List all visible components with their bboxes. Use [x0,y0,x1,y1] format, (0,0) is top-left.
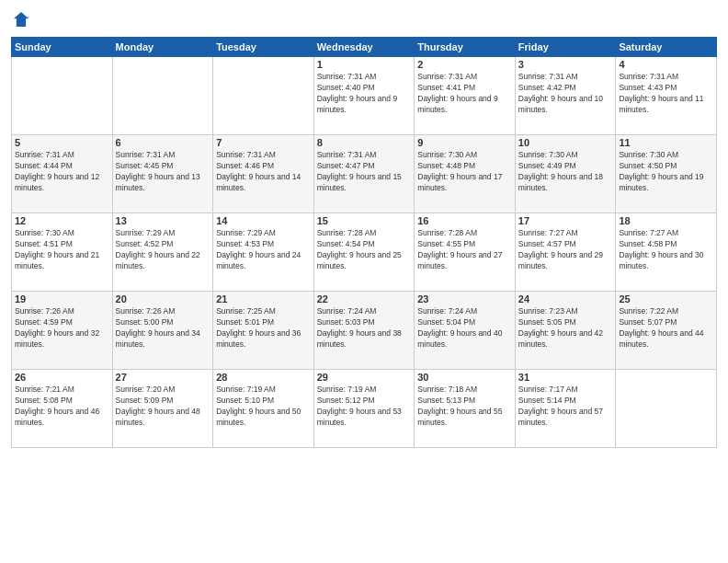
day-number: 18 [619,215,713,226]
calendar-cell: 15Sunrise: 7:28 AMSunset: 4:54 PMDayligh… [313,213,415,292]
day-number: 30 [417,372,512,383]
day-number: 22 [317,293,412,304]
calendar-cell: 29Sunrise: 7:19 AMSunset: 5:12 PMDayligh… [313,370,415,448]
calendar-cell: 2Sunrise: 7:31 AMSunset: 4:41 PMDaylight… [415,57,516,135]
day-info: Sunrise: 7:31 AMSunset: 4:44 PMDaylight:… [15,150,109,194]
calendar-cell: 10Sunrise: 7:30 AMSunset: 4:49 PMDayligh… [515,135,616,213]
calendar-cell: 22Sunrise: 7:24 AMSunset: 5:03 PMDayligh… [313,292,415,370]
weekday-header-row: SundayMondayTuesdayWednesdayThursdayFrid… [12,38,717,57]
day-number: 15 [317,215,412,226]
day-info: Sunrise: 7:31 AMSunset: 4:42 PMDaylight:… [518,72,613,116]
day-info: Sunrise: 7:28 AMSunset: 4:54 PMDaylight:… [317,228,412,272]
day-info: Sunrise: 7:31 AMSunset: 4:41 PMDaylight:… [417,72,512,116]
day-number: 19 [15,293,109,304]
day-info: Sunrise: 7:25 AMSunset: 5:01 PMDaylight:… [216,306,311,350]
weekday-header-saturday: Saturday [616,38,717,57]
calendar-cell: 30Sunrise: 7:18 AMSunset: 5:13 PMDayligh… [415,370,516,448]
day-info: Sunrise: 7:24 AMSunset: 5:04 PMDaylight:… [417,306,512,350]
day-info: Sunrise: 7:30 AMSunset: 4:50 PMDaylight:… [619,150,713,194]
day-info: Sunrise: 7:31 AMSunset: 4:46 PMDaylight:… [216,150,311,194]
day-info: Sunrise: 7:18 AMSunset: 5:13 PMDaylight:… [417,385,512,429]
day-number: 21 [216,293,311,304]
calendar-week-row: 5Sunrise: 7:31 AMSunset: 4:44 PMDaylight… [12,135,717,213]
day-number: 16 [417,215,512,226]
day-number: 28 [216,372,311,383]
page: SundayMondayTuesdayWednesdayThursdayFrid… [0,0,728,563]
day-info: Sunrise: 7:26 AMSunset: 5:00 PMDaylight:… [116,306,210,350]
day-number: 5 [15,137,109,148]
calendar-cell [12,57,113,135]
day-number: 14 [216,215,311,226]
calendar-week-row: 12Sunrise: 7:30 AMSunset: 4:51 PMDayligh… [12,213,717,292]
day-info: Sunrise: 7:30 AMSunset: 4:49 PMDaylight:… [518,150,613,194]
calendar-week-row: 1Sunrise: 7:31 AMSunset: 4:40 PMDaylight… [12,57,717,135]
day-info: Sunrise: 7:27 AMSunset: 4:57 PMDaylight:… [518,228,613,272]
day-number: 3 [518,59,613,70]
weekday-header-friday: Friday [515,38,616,57]
calendar-cell: 11Sunrise: 7:30 AMSunset: 4:50 PMDayligh… [616,135,717,213]
calendar-cell [616,370,717,448]
day-number: 8 [317,137,412,148]
day-info: Sunrise: 7:30 AMSunset: 4:48 PMDaylight:… [417,150,512,194]
day-number: 1 [317,59,412,70]
day-number: 27 [116,372,210,383]
calendar-cell: 23Sunrise: 7:24 AMSunset: 5:04 PMDayligh… [415,292,516,370]
day-info: Sunrise: 7:31 AMSunset: 4:43 PMDaylight:… [619,72,713,116]
day-number: 6 [116,137,210,148]
calendar-cell: 6Sunrise: 7:31 AMSunset: 4:45 PMDaylight… [112,135,213,213]
calendar-cell: 14Sunrise: 7:29 AMSunset: 4:53 PMDayligh… [213,213,314,292]
weekday-header-monday: Monday [112,38,213,57]
calendar-cell: 18Sunrise: 7:27 AMSunset: 4:58 PMDayligh… [616,213,717,292]
calendar-cell: 4Sunrise: 7:31 AMSunset: 4:43 PMDaylight… [616,57,717,135]
day-info: Sunrise: 7:21 AMSunset: 5:08 PMDaylight:… [15,385,109,429]
day-number: 29 [317,372,412,383]
day-info: Sunrise: 7:31 AMSunset: 4:47 PMDaylight:… [317,150,412,194]
calendar-cell: 3Sunrise: 7:31 AMSunset: 4:42 PMDaylight… [515,57,616,135]
calendar-cell: 27Sunrise: 7:20 AMSunset: 5:09 PMDayligh… [112,370,213,448]
calendar-cell: 1Sunrise: 7:31 AMSunset: 4:40 PMDaylight… [313,57,415,135]
day-info: Sunrise: 7:19 AMSunset: 5:12 PMDaylight:… [317,385,412,429]
day-number: 11 [619,137,713,148]
calendar-cell [213,57,314,135]
day-number: 13 [116,215,210,226]
calendar-week-row: 19Sunrise: 7:26 AMSunset: 4:59 PMDayligh… [12,292,717,370]
weekday-header-tuesday: Tuesday [213,38,314,57]
weekday-header-wednesday: Wednesday [313,38,415,57]
day-info: Sunrise: 7:31 AMSunset: 4:45 PMDaylight:… [116,150,210,194]
day-number: 4 [619,59,713,70]
day-info: Sunrise: 7:29 AMSunset: 4:52 PMDaylight:… [116,228,210,272]
day-number: 25 [619,293,713,304]
svg-marker-0 [14,12,28,27]
day-number: 17 [518,215,613,226]
logo-icon [11,9,31,29]
day-info: Sunrise: 7:24 AMSunset: 5:03 PMDaylight:… [317,306,412,350]
day-info: Sunrise: 7:23 AMSunset: 5:05 PMDaylight:… [518,306,613,350]
day-info: Sunrise: 7:19 AMSunset: 5:10 PMDaylight:… [216,385,311,429]
day-info: Sunrise: 7:22 AMSunset: 5:07 PMDaylight:… [619,306,713,350]
day-info: Sunrise: 7:27 AMSunset: 4:58 PMDaylight:… [619,228,713,272]
calendar-cell: 25Sunrise: 7:22 AMSunset: 5:07 PMDayligh… [616,292,717,370]
day-number: 26 [15,372,109,383]
calendar-cell: 19Sunrise: 7:26 AMSunset: 4:59 PMDayligh… [12,292,113,370]
day-info: Sunrise: 7:28 AMSunset: 4:55 PMDaylight:… [417,228,512,272]
day-info: Sunrise: 7:30 AMSunset: 4:51 PMDaylight:… [15,228,109,272]
day-number: 12 [15,215,109,226]
calendar-cell: 26Sunrise: 7:21 AMSunset: 5:08 PMDayligh… [12,370,113,448]
day-number: 24 [518,293,613,304]
calendar-cell [112,57,213,135]
calendar-cell: 21Sunrise: 7:25 AMSunset: 5:01 PMDayligh… [213,292,314,370]
day-info: Sunrise: 7:20 AMSunset: 5:09 PMDaylight:… [116,385,210,429]
calendar-cell: 8Sunrise: 7:31 AMSunset: 4:47 PMDaylight… [313,135,415,213]
calendar-cell: 17Sunrise: 7:27 AMSunset: 4:57 PMDayligh… [515,213,616,292]
day-number: 10 [518,137,613,148]
day-number: 2 [417,59,512,70]
header [11,9,717,29]
calendar-cell: 7Sunrise: 7:31 AMSunset: 4:46 PMDaylight… [213,135,314,213]
weekday-header-sunday: Sunday [12,38,113,57]
day-number: 9 [417,137,512,148]
day-info: Sunrise: 7:29 AMSunset: 4:53 PMDaylight:… [216,228,311,272]
calendar-cell: 16Sunrise: 7:28 AMSunset: 4:55 PMDayligh… [415,213,516,292]
calendar-cell: 12Sunrise: 7:30 AMSunset: 4:51 PMDayligh… [12,213,113,292]
day-number: 31 [518,372,613,383]
day-number: 23 [417,293,512,304]
